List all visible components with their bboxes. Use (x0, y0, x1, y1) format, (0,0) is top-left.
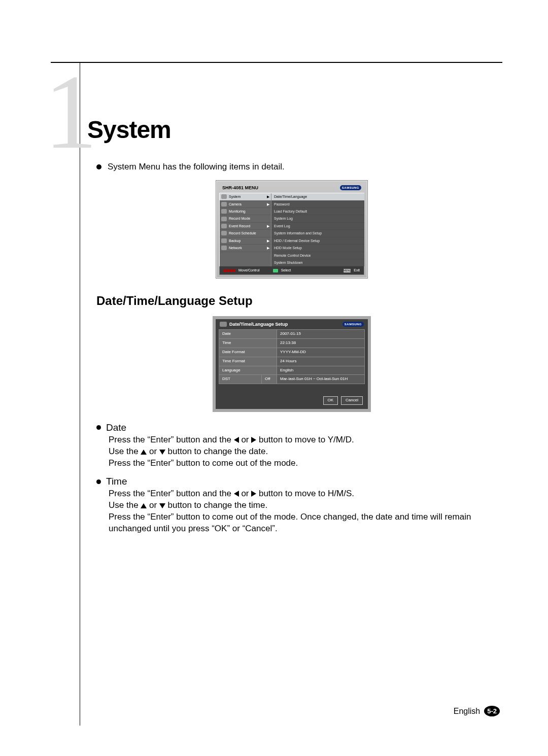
row-date-label: Date (219, 330, 277, 339)
intro-text: System Menu has the following items in d… (108, 161, 285, 173)
submenu-arrow-icon: ▶ (267, 224, 269, 228)
left-arrow-icon (234, 437, 239, 443)
down-arrow-icon (159, 450, 165, 455)
brand-badge: SAMSUNG (340, 185, 361, 190)
menu-right-item[interactable]: Date/Time/Language (271, 193, 364, 200)
menu-item-label: Event Record (229, 224, 250, 228)
menu-left-item[interactable]: Record Mode (220, 215, 271, 222)
menu-right-item[interactable]: Password (271, 201, 364, 208)
menu-right-item[interactable]: HDD / External Device Setup (271, 237, 364, 245)
right-arrow-icon (251, 437, 256, 443)
menu-right-item[interactable]: HDD Mode Setup (271, 245, 364, 252)
right-arrow-icon (251, 491, 256, 497)
footer-move: Move/Control (238, 268, 260, 272)
date-title: Date (106, 421, 126, 434)
menu-item-icon (221, 246, 227, 250)
up-arrow-icon (141, 450, 147, 455)
brand-badge: SAMSUNG (342, 322, 364, 327)
row-lang-label: Language (219, 366, 277, 375)
menu-left-item[interactable]: System▶ (220, 193, 271, 200)
menu-item-label: Backup (229, 238, 241, 243)
row-date-value: 2007-01-15 (277, 330, 365, 339)
menu-item-icon (221, 194, 227, 199)
menu-item-label: Camera (229, 202, 242, 207)
menu-screenshot: SHR-4081 MENU SAMSUNG System▶Camera▶Moni… (216, 180, 368, 279)
page-footer: English 5-2 (454, 706, 500, 716)
row-dst-sub: Off (262, 375, 277, 384)
menu-left-item[interactable]: Backup▶ (220, 237, 271, 245)
ok-button[interactable]: OK (323, 396, 338, 405)
top-rule (51, 62, 502, 63)
cancel-button[interactable]: Cancel (341, 396, 363, 405)
submenu-arrow-icon: ▶ (267, 246, 269, 250)
time-para: Press the “Enter” button and the or butt… (109, 488, 487, 535)
footer-exit: Exit (354, 268, 360, 272)
menu-item-label: Record Schedule (229, 231, 256, 235)
menu-header-title: SHR-4081 MENU (222, 185, 258, 191)
intro-bullet-row: System Menu has the following items in d… (96, 161, 487, 173)
chapter-number: 1 (44, 58, 92, 165)
menu-item-icon (221, 217, 227, 221)
row-time-label: Time (219, 339, 277, 348)
setup-screenshot: Date/Time/Language Setup SAMSUNG Date200… (213, 316, 371, 412)
bullet-icon (96, 425, 101, 430)
menu-item-icon (221, 224, 227, 228)
menu-left-item[interactable]: Record Schedule (220, 230, 271, 237)
down-arrow-icon (159, 503, 165, 508)
row-time-value: 22:13:38 (277, 339, 365, 348)
menu-item-label: Monitoring (229, 209, 246, 214)
bullet-icon (96, 479, 101, 484)
menu-item-icon (221, 209, 227, 214)
setup-header-title: Date/Time/Language Setup (229, 321, 288, 327)
menu-item-icon (221, 238, 227, 243)
menu-item-label: System (229, 194, 241, 199)
menu-right-item[interactable]: System Log (271, 215, 364, 222)
tools-icon (220, 322, 227, 327)
bullet-icon (96, 164, 101, 169)
row-dst-value: Mar-last-Sun 01H ~ Oct-last-Sun 01H (277, 375, 365, 384)
page-number-badge: 5-2 (484, 706, 500, 716)
menu-item-label: Network (229, 246, 242, 250)
row-tfmt-value: 24 Hours (277, 357, 365, 366)
row-dfmt-value: YYYY-MM-DD (277, 348, 365, 357)
footer-lang: English (454, 707, 480, 716)
row-lang-value: English (277, 366, 365, 375)
up-arrow-icon (141, 503, 147, 508)
menu-left-item[interactable]: Camera▶ (220, 201, 271, 208)
menu-item-icon (221, 202, 227, 207)
left-arrow-icon (234, 491, 239, 497)
footer-select: Select (281, 268, 291, 272)
menu-footer: Move/Control Select MENU Exit (219, 266, 364, 274)
menu-left-item[interactable]: Network▶ (220, 245, 271, 252)
menu-left-item[interactable]: Monitoring (220, 208, 271, 215)
time-title: Time (106, 475, 127, 488)
menu-right-item[interactable]: Load Factory Default (271, 208, 364, 215)
row-dst-label: DST (219, 375, 262, 384)
time-subhead: Time (96, 475, 487, 488)
section-heading: Date/Time/Language Setup (96, 293, 487, 309)
submenu-arrow-icon: ▶ (267, 202, 269, 207)
menu-item-label: Record Mode (229, 216, 250, 221)
menu-item-icon (221, 231, 227, 235)
dpad-icon (224, 269, 235, 272)
menu-right-item[interactable]: System Shutdown (271, 259, 364, 266)
submenu-arrow-icon: ▶ (267, 238, 269, 243)
date-para: Press the “Enter” button and the or butt… (109, 434, 487, 469)
menu-right-item[interactable]: Event Log (271, 223, 364, 230)
submenu-arrow-icon: ▶ (267, 194, 269, 199)
date-subhead: Date (96, 421, 487, 434)
row-dfmt-label: Date Format (219, 348, 277, 357)
menu-left-item[interactable]: Event Record▶ (220, 223, 271, 230)
menu-right-item[interactable]: System Information and Setup (271, 230, 364, 237)
chapter-title: System (87, 116, 171, 144)
select-icon (273, 269, 278, 272)
row-tfmt-label: Time Format (219, 357, 277, 366)
menu-right-item[interactable]: Remote Control Device (271, 252, 364, 259)
menu-icon: MENU (344, 269, 351, 272)
